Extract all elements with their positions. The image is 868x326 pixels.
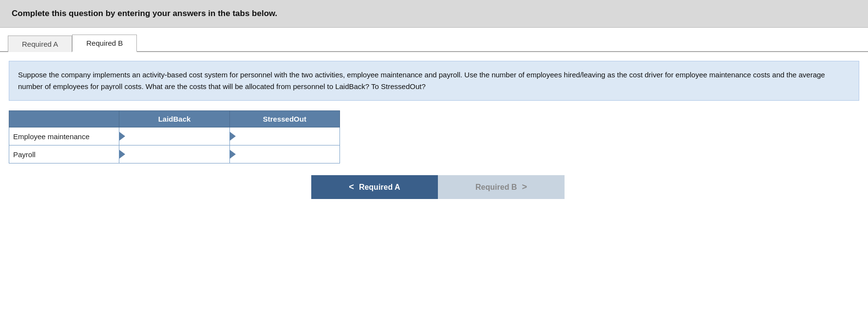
- data-table: LaidBack StressedOut Employee maintenanc…: [9, 110, 340, 163]
- employee-maintenance-laidback-input[interactable]: [125, 127, 229, 145]
- cell-wrapper: [119, 127, 229, 145]
- tab-required-a[interactable]: Required A: [8, 36, 72, 52]
- payroll-stressedout-cell: [229, 145, 340, 163]
- prev-required-a-button[interactable]: < Required A: [311, 175, 438, 199]
- page-wrapper: Complete this question by entering your …: [0, 0, 868, 326]
- header-instruction: Complete this question by entering your …: [12, 9, 277, 18]
- table-header-laidback: LaidBack: [119, 111, 229, 127]
- cell-wrapper: [230, 145, 340, 163]
- arrow-icon: [119, 150, 125, 159]
- nav-buttons: < Required A Required B >: [9, 175, 859, 199]
- cell-wrapper: [230, 127, 340, 145]
- arrow-icon: [230, 132, 236, 141]
- employee-maintenance-laidback-cell: [119, 127, 229, 145]
- header-banner: Complete this question by entering your …: [0, 0, 868, 28]
- payroll-stressedout-input[interactable]: [236, 145, 340, 163]
- tabs-row: Required A Required B: [0, 28, 868, 52]
- prev-chevron-icon: <: [349, 182, 354, 192]
- table-header-stressedout: StressedOut: [229, 111, 340, 127]
- row-label-employee-maintenance: Employee maintenance: [9, 127, 119, 145]
- question-text: Suppose the company implements an activi…: [18, 71, 825, 91]
- payroll-laidback-input[interactable]: [125, 145, 229, 163]
- question-box: Suppose the company implements an activi…: [9, 61, 859, 101]
- next-chevron-icon: >: [522, 182, 527, 192]
- row-label-payroll: Payroll: [9, 145, 119, 163]
- employee-maintenance-stressedout-cell: [229, 127, 340, 145]
- next-required-b-button[interactable]: Required B >: [438, 175, 565, 199]
- prev-button-label: Required A: [359, 183, 400, 192]
- content-area: Suppose the company implements an activi…: [0, 52, 868, 208]
- tab-required-b[interactable]: Required B: [72, 35, 137, 52]
- table-row: Employee maintenance: [9, 127, 340, 145]
- table-row: Payroll: [9, 145, 340, 163]
- arrow-icon: [230, 150, 236, 159]
- arrow-icon: [119, 132, 125, 141]
- table-header-empty: [9, 111, 119, 127]
- payroll-laidback-cell: [119, 145, 229, 163]
- employee-maintenance-stressedout-input[interactable]: [236, 127, 340, 145]
- cell-wrapper: [119, 145, 229, 163]
- next-button-label: Required B: [475, 183, 517, 192]
